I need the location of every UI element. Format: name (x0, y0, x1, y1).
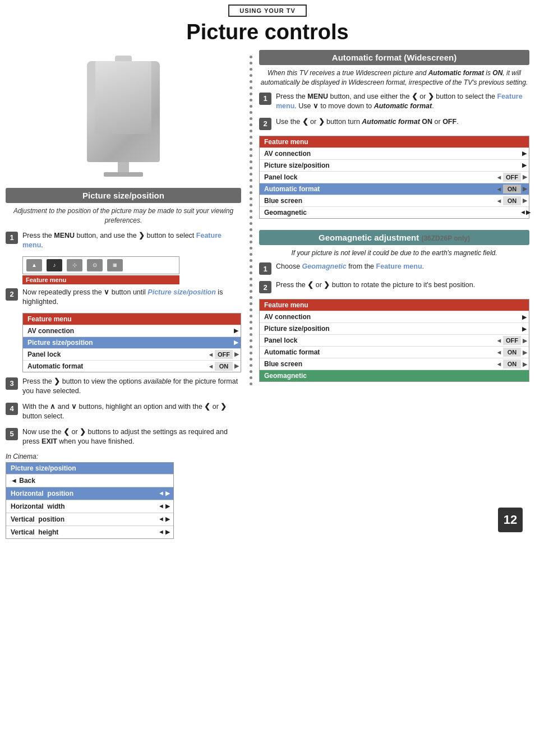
geo-step-2: 2 Press the ❮ or ❯ button to rotate the … (259, 280, 529, 293)
fm-row-panel-value: OFF (215, 350, 233, 359)
step-1: 1 Press the MENU button, and use the ❯ b… (6, 231, 241, 251)
step-4: 4 With the ∧ and ∨ buttons, highlight an… (6, 402, 241, 422)
cinema-label: In Cinema: (6, 453, 241, 460)
step-3-num: 3 (6, 377, 18, 390)
rfm1-auto-label: Automatic format (260, 183, 495, 195)
tv-illustration (79, 61, 168, 179)
rfm2-av-arrow: ▶ (520, 314, 529, 321)
pp-row-vpos-label: Vertical position (6, 514, 158, 524)
pp-row-hpos: Horizontal position ◄▶ (6, 487, 173, 500)
fm-row-auto-left: ◄ (207, 363, 215, 370)
rfm1-blue-label: Blue screen (260, 195, 495, 206)
geo-step-1-num: 1 (259, 262, 271, 275)
menu-icon-picture: ▲ (26, 259, 42, 271)
feature-menu-right-1-header: Feature menu (260, 136, 529, 147)
rfm2-blue-left: ◄ (495, 361, 503, 367)
pp-row-vpos: Vertical position ◄▶ (6, 513, 173, 525)
step-3: 3 Press the ❯ button to view the options… (6, 377, 241, 397)
rfm2-blue: Blue screen ◄ ON ▶ (260, 358, 529, 370)
picture-pos-header: Picture size/position (6, 463, 173, 474)
rfm1-panel-left: ◄ (495, 174, 503, 181)
rfm2-blue-value: ON (503, 359, 521, 368)
pp-row-hwidth-label: Horizontal width (6, 501, 158, 511)
rfm2-panel-left: ◄ (495, 337, 503, 344)
step-4-text: With the ∧ and ∨ buttons, highlight an o… (22, 402, 241, 422)
rfm1-av: AV connection ▶ (260, 147, 529, 159)
rfm1-av-arrow: ▶ (520, 150, 529, 157)
pp-row-back: ◄ Back (6, 474, 173, 487)
page-title: Picture controls (0, 18, 535, 50)
pp-row-vheight-label: Vertical height (6, 527, 158, 537)
rfm1-blue: Blue screen ◄ ON ▶ (260, 195, 529, 206)
rfm1-geo: Geomagnetic ◄▶ (260, 206, 529, 218)
fm-row-panel: Panel lock ◄ OFF ▶ (23, 348, 241, 360)
fm-row-auto: Automatic format ◄ ON ▶ (23, 360, 241, 372)
rfm1-geo-label: Geomagnetic (260, 207, 520, 218)
feature-menu-left-1: Feature menu AV connection ▶ Picture siz… (22, 313, 241, 372)
pp-row-hpos-arrows: ◄▶ (158, 490, 173, 497)
menu-icon-feature: ▦ (107, 259, 123, 271)
geo-note: If your picture is not level it could be… (259, 248, 529, 258)
top-banner: USING YOUR TV (0, 0, 535, 18)
rfm2-panel-label: Panel lock (260, 335, 495, 346)
auto-step-2-num: 2 (259, 118, 271, 130)
rfm1-blue-value: ON (503, 196, 521, 205)
step-2-num: 2 (6, 288, 18, 301)
step-2: 2 Now repeatedly press the ∨ button unti… (6, 288, 241, 307)
step-1-num: 1 (6, 232, 18, 244)
pp-row-hwidth-arrows: ◄▶ (158, 503, 173, 510)
auto-format-section: Automatic format (Widescreen) When this … (259, 50, 529, 219)
pp-row-vheight-arrows: ◄▶ (158, 528, 173, 536)
rfm1-blue-left: ◄ (495, 197, 503, 204)
geo-header-sub: (36ZD26P only) (421, 234, 469, 242)
right-column: Automatic format (Widescreen) When this … (255, 50, 529, 539)
fm-row-av: AV connection ▶ (23, 325, 241, 336)
auto-step-2: 2 Use the ❮ or ❯ button turn Automatic f… (259, 117, 529, 130)
fm-row-picture-arrow: ▶ (232, 339, 241, 346)
fm-row-auto-value: ON (215, 362, 233, 371)
rfm2-av: AV connection ▶ (260, 311, 529, 322)
step-4-num: 4 (6, 403, 18, 415)
rfm1-panel-right: ▶ (521, 173, 529, 181)
picture-size-note: Adjustment to the position of the pictur… (6, 206, 241, 225)
pp-row-vpos-arrows: ◄▶ (158, 515, 173, 523)
geo-header-main: Geomagnetic adjustment (319, 233, 419, 242)
menu-icon-sound: ♪ (47, 259, 62, 271)
rfm1-av-label: AV connection (260, 148, 520, 159)
step-5: 5 Now use the ❮ or ❯ buttons to adjust t… (6, 427, 241, 447)
auto-format-header: Automatic format (Widescreen) (259, 50, 529, 65)
auto-step-1-num: 1 (259, 93, 271, 105)
rfm2-picture-arrow: ▶ (520, 325, 529, 333)
step-3-text: Press the ❯ button to view the options a… (22, 377, 241, 397)
page-number: 12 (498, 508, 523, 532)
picture-size-position-header: Picture size/position (6, 188, 241, 203)
rfm2-picture-label: Picture size/position (260, 323, 520, 334)
rfm2-panel-right: ▶ (521, 337, 529, 344)
fm-row-panel-label: Panel lock (23, 349, 207, 360)
fm-row-auto-label: Automatic format (23, 361, 207, 372)
geo-header: Geomagnetic adjustment (36ZD26P only) (259, 230, 529, 245)
feature-menu-right-2-header: Feature menu (260, 299, 529, 311)
rfm2-auto: Automatic format ◄ ON ▶ (260, 346, 529, 358)
rfm2-picture: Picture size/position ▶ (260, 322, 529, 334)
rfm2-blue-label: Blue screen (260, 358, 495, 370)
fm-row-panel-left: ◄ (207, 351, 215, 358)
geo-step-1: 1 Choose Geomagnetic from the Feature me… (259, 262, 529, 275)
dot-separator (247, 50, 255, 539)
pp-row-vheight: Vertical height ◄▶ (6, 525, 173, 538)
fm-row-auto-right: ▶ (233, 362, 241, 370)
rfm2-panel-value: OFF (503, 336, 521, 345)
rfm2-auto-right: ▶ (521, 349, 529, 356)
geo-step-1-text: Choose Geomagnetic from the Feature menu… (276, 262, 529, 272)
rfm2-auto-label: Automatic format (260, 347, 495, 358)
left-column: Picture size/position Adjustment to the … (6, 50, 247, 539)
rfm2-auto-value: ON (503, 348, 521, 357)
auto-step-1: 1 Press the MENU button, and use either … (259, 92, 529, 112)
auto-format-note: When this TV receives a true Widescreen … (259, 68, 529, 87)
pp-row-hpos-label: Horizontal position (6, 488, 158, 499)
rfm1-picture-arrow: ▶ (520, 162, 529, 169)
rfm2-blue-right: ▶ (521, 361, 529, 368)
geo-step-2-text: Press the ❮ or ❯ button to rotate the pi… (276, 280, 529, 291)
pp-row-hwidth: Horizontal width ◄▶ (6, 500, 173, 513)
rfm1-blue-right: ▶ (521, 197, 529, 204)
